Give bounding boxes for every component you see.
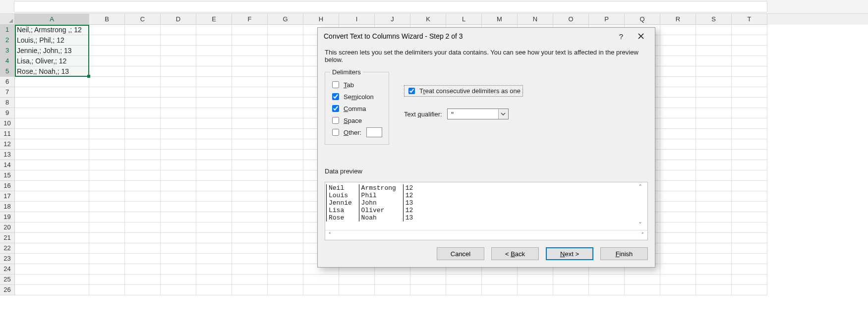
cell[interactable] [625, 275, 660, 285]
cell[interactable] [15, 222, 89, 233]
column-header[interactable]: L [446, 14, 482, 25]
cell[interactable] [196, 212, 232, 222]
cell[interactable] [196, 222, 232, 233]
cell[interactable] [660, 35, 696, 46]
column-header[interactable]: M [482, 14, 518, 25]
delimiter-tab-checkbox[interactable] [332, 81, 339, 88]
cell[interactable] [89, 254, 125, 264]
cell[interactable] [625, 285, 660, 295]
cell[interactable] [232, 191, 268, 202]
delimiter-space[interactable]: Space [330, 114, 384, 126]
cell[interactable] [660, 87, 696, 98]
cell[interactable] [232, 118, 268, 129]
row-header[interactable]: 13 [0, 150, 15, 160]
cell[interactable] [161, 191, 196, 202]
delimiter-other-input[interactable] [366, 127, 382, 137]
cell[interactable] [268, 118, 303, 129]
cell[interactable] [89, 150, 125, 160]
cell[interactable] [125, 139, 161, 150]
delimiter-other-checkbox[interactable] [332, 129, 339, 136]
cell[interactable] [161, 285, 196, 295]
row-header[interactable]: 26 [0, 285, 15, 295]
cell[interactable] [15, 87, 89, 98]
cell[interactable] [339, 275, 375, 285]
cell[interactable] [339, 285, 375, 295]
cell[interactable] [125, 233, 161, 243]
cell[interactable] [232, 285, 268, 295]
cell[interactable] [660, 264, 696, 275]
cell[interactable] [196, 275, 232, 285]
column-header[interactable]: A [15, 14, 89, 25]
cell[interactable] [232, 275, 268, 285]
cell[interactable] [696, 77, 732, 87]
cell[interactable] [89, 25, 125, 35]
cell[interactable] [15, 108, 89, 118]
column-header[interactable]: C [125, 14, 161, 25]
cell[interactable] [268, 25, 303, 35]
cell[interactable] [410, 275, 446, 285]
cell[interactable] [732, 46, 767, 56]
row-header[interactable]: 24 [0, 264, 15, 275]
cell[interactable] [125, 56, 161, 66]
cell[interactable] [696, 56, 732, 66]
column-header[interactable]: I [339, 14, 375, 25]
cell[interactable] [89, 108, 125, 118]
row-header[interactable]: 25 [0, 275, 15, 285]
cell[interactable] [196, 56, 232, 66]
cell[interactable] [696, 212, 732, 222]
cell[interactable] [161, 264, 196, 275]
cell[interactable] [89, 170, 125, 181]
cell[interactable] [161, 243, 196, 254]
row-header[interactable]: 12 [0, 139, 15, 150]
cell[interactable] [696, 275, 732, 285]
cell[interactable] [232, 35, 268, 46]
cell[interactable] [660, 181, 696, 191]
cell[interactable] [161, 56, 196, 66]
cell[interactable] [232, 87, 268, 98]
cell[interactable] [732, 98, 767, 108]
cell[interactable] [125, 170, 161, 181]
cell[interactable] [89, 243, 125, 254]
row-header[interactable]: 3 [0, 46, 15, 56]
row-header[interactable]: 15 [0, 170, 15, 181]
cell[interactable] [732, 202, 767, 212]
cell[interactable] [15, 285, 89, 295]
cell[interactable] [732, 254, 767, 264]
row-header[interactable]: 2 [0, 35, 15, 46]
cell[interactable] [303, 275, 339, 285]
treat-consecutive-checkbox[interactable] [408, 88, 415, 94]
cell[interactable] [125, 191, 161, 202]
cell[interactable] [660, 275, 696, 285]
cell[interactable] [732, 181, 767, 191]
cell[interactable] [15, 118, 89, 129]
delimiter-comma-checkbox[interactable] [332, 105, 339, 112]
cell[interactable] [446, 275, 482, 285]
cell[interactable] [732, 275, 767, 285]
cell[interactable] [196, 25, 232, 35]
cell[interactable] [446, 285, 482, 295]
cell[interactable] [196, 66, 232, 77]
cell[interactable] [268, 222, 303, 233]
cell[interactable] [196, 87, 232, 98]
cell[interactable] [660, 25, 696, 35]
cell[interactable] [268, 181, 303, 191]
cell[interactable] [268, 275, 303, 285]
formula-bar[interactable] [14, 1, 767, 12]
cell[interactable] [660, 98, 696, 108]
cell[interactable] [15, 181, 89, 191]
cell[interactable] [15, 77, 89, 87]
cell[interactable]: Neil,; Armstrong ,; 12 [15, 25, 89, 35]
cell[interactable] [518, 275, 553, 285]
cell[interactable]: Lisa,; Oliver,; 12 [15, 56, 89, 66]
cell[interactable] [232, 150, 268, 160]
cell[interactable] [268, 108, 303, 118]
cell[interactable] [89, 129, 125, 139]
cell[interactable] [696, 254, 732, 264]
row-header[interactable]: 1 [0, 25, 15, 35]
cell[interactable]: Louis,; Phil,; 12 [15, 35, 89, 46]
cell[interactable] [660, 46, 696, 56]
cell[interactable] [268, 150, 303, 160]
help-button[interactable]: ? [611, 29, 631, 43]
cell[interactable] [268, 243, 303, 254]
column-header[interactable]: K [410, 14, 446, 25]
